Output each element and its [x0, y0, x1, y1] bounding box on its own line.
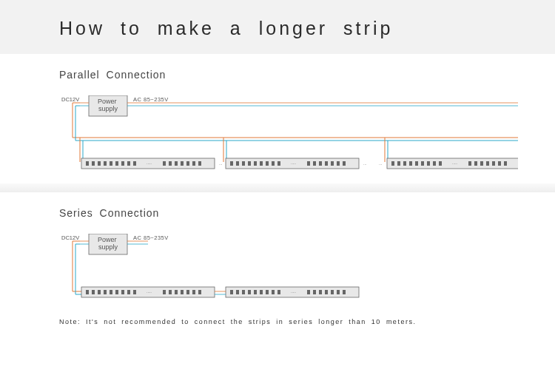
svg-rect-106: [319, 290, 322, 294]
svg-rect-40: [266, 161, 269, 166]
svg-rect-24: [127, 161, 130, 166]
svg-rect-34: [230, 161, 233, 166]
parallel-diagram: Power supply DC12V AC 85~235V ···: [59, 95, 518, 180]
svg-rect-48: [331, 161, 334, 166]
svg-rect-85: [133, 290, 136, 294]
svg-rect-23: [121, 161, 124, 166]
svg-rect-54: [409, 161, 412, 166]
svg-rect-62: [474, 161, 477, 166]
svg-rect-29: [175, 161, 178, 166]
svg-rect-80: [104, 290, 107, 294]
svg-rect-45: [313, 161, 316, 166]
svg-rect-21: [110, 161, 112, 166]
section-divider: [0, 183, 555, 192]
svg-rect-33: [198, 161, 201, 166]
svg-rect-50: [343, 161, 346, 166]
svg-rect-88: [169, 290, 172, 294]
svg-rect-20: [104, 161, 107, 166]
svg-rect-97: [248, 290, 251, 294]
svg-rect-25: [133, 161, 136, 166]
svg-text:·····: ·····: [291, 290, 296, 294]
series-section: Series Connection Power supply DC12V AC …: [0, 192, 555, 325]
svg-rect-78: [92, 290, 95, 294]
svg-rect-55: [415, 161, 418, 166]
ac-label: AC 85~235V: [133, 234, 169, 241]
svg-rect-99: [260, 290, 263, 294]
svg-rect-67: [504, 161, 507, 166]
page-title: How to make a longer strip: [59, 18, 555, 39]
svg-rect-98: [254, 290, 257, 294]
svg-rect-44: [307, 161, 310, 166]
parallel-heading: Parallel Connection: [59, 69, 496, 81]
svg-rect-90: [181, 290, 184, 294]
svg-rect-27: [163, 161, 166, 166]
svg-rect-65: [492, 161, 495, 166]
svg-rect-105: [313, 290, 316, 294]
svg-rect-109: [337, 290, 340, 294]
dc-label: DC12V: [61, 234, 79, 241]
svg-rect-42: [278, 161, 280, 166]
svg-rect-57: [427, 161, 430, 166]
svg-rect-59: [439, 161, 442, 166]
svg-rect-56: [421, 161, 424, 166]
series-diagram: Power supply DC12V AC 85~235V ····· ····…: [59, 234, 444, 308]
series-heading: Series Connection: [59, 207, 496, 219]
svg-rect-91: [186, 290, 189, 294]
svg-rect-31: [186, 161, 189, 166]
svg-text:·····: ·····: [452, 161, 457, 166]
svg-rect-37: [248, 161, 251, 166]
svg-rect-81: [110, 290, 112, 294]
svg-text:·····: ·····: [147, 290, 152, 294]
svg-rect-87: [163, 290, 166, 294]
svg-rect-102: [278, 290, 280, 294]
svg-rect-77: [86, 290, 89, 294]
svg-rect-49: [337, 161, 340, 166]
svg-rect-64: [486, 161, 489, 166]
svg-rect-94: [230, 290, 233, 294]
svg-rect-92: [192, 290, 195, 294]
svg-rect-83: [121, 290, 124, 294]
svg-rect-18: [92, 161, 95, 166]
svg-rect-107: [325, 290, 328, 294]
svg-rect-30: [181, 161, 184, 166]
svg-rect-58: [433, 161, 436, 166]
svg-rect-32: [192, 161, 195, 166]
svg-rect-36: [242, 161, 245, 166]
svg-rect-19: [98, 161, 101, 166]
svg-rect-28: [169, 161, 172, 166]
power-supply-label: Power supply: [98, 98, 118, 112]
svg-rect-38: [254, 161, 257, 166]
svg-text:···: ···: [363, 162, 366, 166]
svg-rect-110: [343, 290, 346, 294]
svg-rect-46: [319, 161, 322, 166]
svg-rect-53: [403, 161, 406, 166]
svg-rect-108: [331, 290, 334, 294]
svg-rect-41: [272, 161, 275, 166]
svg-rect-47: [325, 161, 328, 166]
svg-rect-104: [307, 290, 310, 294]
svg-rect-101: [272, 290, 275, 294]
svg-rect-82: [115, 290, 118, 294]
svg-rect-66: [498, 161, 501, 166]
svg-text:···: ···: [219, 162, 222, 166]
svg-rect-96: [242, 290, 245, 294]
series-note: Note: It's not recommended to connect th…: [59, 318, 496, 325]
dc-label: DC12V: [61, 96, 79, 103]
power-supply-label: Power supply: [98, 236, 118, 251]
svg-rect-89: [175, 290, 178, 294]
svg-rect-95: [236, 290, 239, 294]
svg-rect-51: [391, 161, 394, 166]
svg-text:·····: ·····: [291, 161, 296, 166]
svg-rect-52: [397, 161, 400, 166]
svg-rect-84: [127, 290, 130, 294]
parallel-section: Parallel Connection Power supply DC12V A…: [0, 54, 555, 183]
svg-rect-35: [236, 161, 239, 166]
svg-rect-79: [98, 290, 101, 294]
svg-rect-63: [480, 161, 483, 166]
header-band: How to make a longer strip: [0, 0, 555, 54]
svg-text:···: ···: [379, 162, 382, 166]
svg-rect-100: [266, 290, 269, 294]
ac-label: AC 85~235V: [133, 96, 169, 103]
svg-text:·····: ·····: [147, 161, 152, 166]
svg-rect-39: [260, 161, 263, 166]
